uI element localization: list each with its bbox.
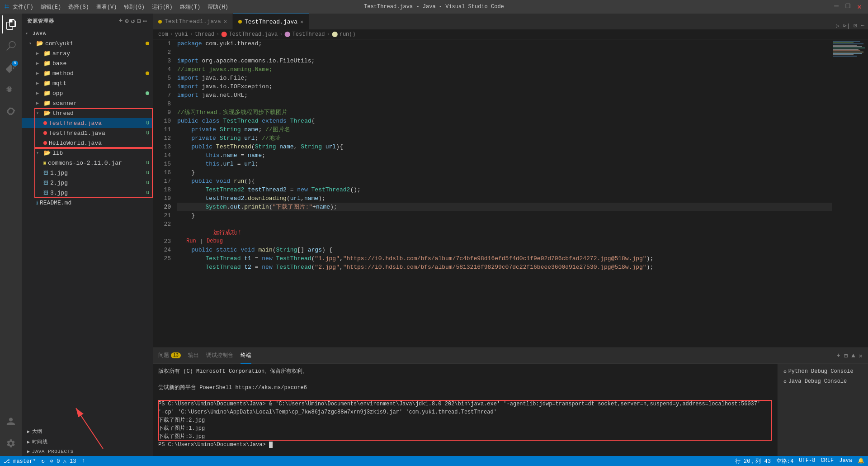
account-icon[interactable] bbox=[2, 413, 20, 431]
run-icon[interactable]: ▷ bbox=[836, 22, 840, 29]
code-line-13: public TestThread(String name, String ur… bbox=[177, 143, 832, 151]
git-branch[interactable]: ⎇ master* bbox=[4, 458, 36, 465]
base-folder[interactable]: ▶ 📁 base bbox=[22, 58, 153, 68]
panel-tab-debug-console[interactable]: 调试控制台 bbox=[206, 348, 233, 364]
minimize-button[interactable]: ─ bbox=[832, 2, 840, 11]
menu-run[interactable]: 运行(R) bbox=[152, 3, 173, 11]
lib-section: ▾ 📂 lib ▣ commons-io-2.11.0.jar U 🖼 1.jp… bbox=[22, 148, 153, 198]
tab-testthread1-close[interactable]: ✕ bbox=[224, 18, 227, 25]
collapse-icon[interactable]: ⊟ bbox=[137, 17, 141, 25]
terminal[interactable]: 版权所有 (C) Microsoft Corporation。保留所有权利。 尝… bbox=[153, 364, 778, 456]
search-icon[interactable] bbox=[2, 37, 20, 55]
testthread-java-label: TestThread.java bbox=[49, 120, 146, 127]
3jpg-file[interactable]: 🖼 3.jpg U bbox=[22, 188, 153, 198]
scanner-folder[interactable]: ▶ 📁 scanner bbox=[22, 98, 153, 108]
terminal-content-wrapper: 版权所有 (C) Microsoft Corporation。保留所有权利。 尝… bbox=[158, 367, 772, 449]
notifications[interactable]: 🔔 bbox=[858, 457, 864, 465]
terminal-line-3: 尝试新的跨平台 PowerShell https://aka.ms/pscore… bbox=[158, 384, 772, 392]
code-editor[interactable]: 1 2 3 4 5 6 7 8 9 10 11 12 13 14 15 16 1 bbox=[153, 39, 868, 347]
upload-icon[interactable]: ↑ bbox=[82, 458, 85, 464]
new-file-icon[interactable]: + bbox=[119, 17, 123, 25]
breadcrumb-file[interactable]: TestThread.java bbox=[229, 31, 278, 38]
maximize-button[interactable]: □ bbox=[844, 2, 852, 11]
extensions-icon[interactable] bbox=[2, 102, 20, 120]
sidebar-header: 资源管理器 + ⊕ ↺ ⊟ ⋯ bbox=[22, 14, 153, 29]
split-terminal-icon[interactable]: ⊟ bbox=[844, 352, 848, 360]
testthread1-java-file[interactable]: TestThread1.java U bbox=[22, 128, 153, 138]
errors-warnings[interactable]: ⊘ 0 △ 13 bbox=[50, 458, 76, 465]
java-debug-console-item[interactable]: ⚙ Java Debug Console bbox=[782, 377, 864, 385]
1jpg-file[interactable]: 🖼 1.jpg U bbox=[22, 168, 153, 178]
readme-file[interactable]: ℹ README.md bbox=[22, 198, 153, 208]
commons-io-jar-file[interactable]: ▣ commons-io-2.11.0.jar U bbox=[22, 158, 153, 168]
com-yuki-folder[interactable]: ▾ 📂 com\yuki bbox=[22, 38, 153, 48]
panel-tab-problems[interactable]: 问题 13 bbox=[158, 348, 181, 364]
panel-tab-output[interactable]: 输出 bbox=[188, 348, 199, 364]
breadcrumb-yuki[interactable]: yuki bbox=[175, 31, 188, 38]
outline-section[interactable]: ▶ 大纲 bbox=[22, 426, 153, 437]
java-root[interactable]: ▾ JAVA bbox=[22, 29, 153, 38]
opp-folder[interactable]: ▶ 📁 opp bbox=[22, 88, 153, 98]
testthread-java-file[interactable]: TestThread.java U bbox=[22, 118, 153, 128]
breadcrumb-method[interactable]: run() bbox=[340, 31, 356, 38]
debug-link[interactable]: Debug bbox=[207, 237, 223, 246]
cursor-position[interactable]: 行 20，列 43 bbox=[735, 457, 771, 465]
debug-run-icon[interactable]: ⊳| bbox=[843, 22, 850, 29]
run-link[interactable]: Run bbox=[186, 237, 196, 246]
java-projects-section[interactable]: ▶ JAVA PROJECTS bbox=[22, 447, 153, 456]
jar-icon: ▣ bbox=[43, 160, 46, 166]
more-actions-icon[interactable]: ⋯ bbox=[861, 22, 864, 29]
python-debug-console-item[interactable]: ⚙ Python Debug Console bbox=[782, 367, 864, 376]
menu-terminal[interactable]: 终端(T) bbox=[180, 3, 201, 11]
tab-testthread-close[interactable]: ✕ bbox=[300, 19, 303, 25]
breadcrumb-com[interactable]: com bbox=[158, 31, 168, 38]
menu-edit[interactable]: 编辑(E) bbox=[41, 3, 61, 11]
panel-tab-terminal[interactable]: 终端 bbox=[241, 348, 251, 364]
base-label: base bbox=[52, 60, 153, 67]
menu-select[interactable]: 选择(S) bbox=[68, 3, 89, 11]
tab-testthread1[interactable]: TestThread1.java ✕ bbox=[153, 14, 233, 29]
sync-icon[interactable]: ↻ bbox=[42, 458, 45, 465]
method-folder[interactable]: ▶ 📁 method bbox=[22, 68, 153, 78]
new-folder-icon[interactable]: ⊕ bbox=[125, 17, 129, 25]
split-editor-icon[interactable]: ⊡ bbox=[854, 22, 857, 29]
encoding[interactable]: UTF-8 bbox=[799, 457, 815, 465]
code-line-6: import java.io.IOException; bbox=[177, 82, 832, 91]
indent[interactable]: 空格:4 bbox=[776, 457, 793, 465]
explorer-icon[interactable] bbox=[2, 15, 20, 33]
timeline-section[interactable]: ▶ 时间线 bbox=[22, 437, 153, 447]
problems-badge: 13 bbox=[171, 352, 181, 358]
code-panel-container: 1 2 3 4 5 6 7 8 9 10 11 12 13 14 15 16 1 bbox=[153, 39, 868, 456]
line-ending[interactable]: CRLF bbox=[821, 457, 834, 465]
helloworld-java-file[interactable]: HelloWorld.java bbox=[22, 138, 153, 148]
thread-folder[interactable]: ▾ 📂 thread bbox=[22, 108, 153, 118]
close-button[interactable]: ✕ bbox=[855, 2, 863, 11]
2jpg-file[interactable]: 🖼 2.jpg U bbox=[22, 178, 153, 188]
refresh-icon[interactable]: ↺ bbox=[131, 17, 135, 25]
more-actions-icon[interactable]: ⋯ bbox=[143, 17, 147, 25]
new-terminal-icon[interactable]: + bbox=[836, 352, 840, 360]
breadcrumb-thread[interactable]: thread bbox=[195, 31, 214, 38]
tab-testthread[interactable]: TestThread.java ✕ bbox=[233, 14, 309, 29]
menu-goto[interactable]: 转到(G) bbox=[124, 3, 145, 11]
arrow-annotation-area bbox=[22, 399, 153, 426]
code-line-4: //import javax.naming.Name; bbox=[177, 65, 832, 74]
debug-icon[interactable] bbox=[2, 81, 20, 99]
commons-io-badge: U bbox=[146, 160, 149, 166]
menu-file[interactable]: 文件(F) bbox=[13, 3, 33, 11]
lib-chevron: ▾ bbox=[36, 150, 43, 156]
array-folder[interactable]: ▶ 📁 array bbox=[22, 48, 153, 58]
menu-view[interactable]: 查看(V) bbox=[96, 3, 117, 11]
code-line-success: 运行成功！ bbox=[177, 228, 832, 237]
settings-icon[interactable] bbox=[2, 434, 20, 452]
lib-folder[interactable]: ▾ 📂 lib bbox=[22, 148, 153, 158]
tab-testthread1-label: TestThread1.java bbox=[165, 18, 221, 25]
breadcrumb-class[interactable]: TestThread bbox=[292, 31, 325, 38]
git-icon[interactable]: 8 bbox=[2, 59, 20, 77]
maximize-panel-icon[interactable]: ▲ bbox=[851, 352, 855, 360]
language-mode[interactable]: Java bbox=[839, 457, 852, 465]
menu-help[interactable]: 帮助(H) bbox=[208, 3, 228, 11]
mqtt-folder[interactable]: ▶ 📁 mqtt bbox=[22, 78, 153, 88]
close-panel-icon[interactable]: ✕ bbox=[859, 352, 863, 360]
code-content[interactable]: package com.yuki.thread; import org.apac… bbox=[175, 39, 832, 347]
